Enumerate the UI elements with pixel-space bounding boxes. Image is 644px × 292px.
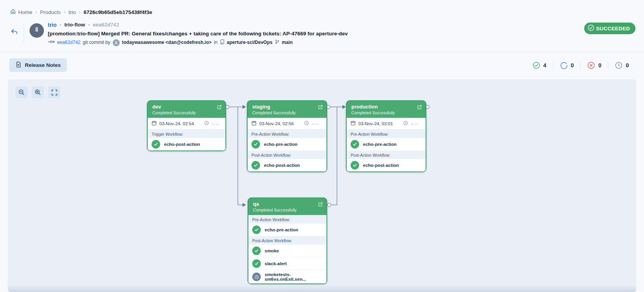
workflow-item-echo-post-action[interactable]: echo-post-action [248,159,326,171]
duration-clock-icon [204,121,209,126]
clock-icon [615,61,623,69]
counter-succeeded: 4 [526,61,553,69]
breadcrumb: Home › Products › trio › 6726c9b65d5eb17… [0,0,644,16]
environment-node-dev[interactable]: dev Completed Successfully 03-Nov-24, 02… [147,100,226,151]
breadcrumb-home-link[interactable]: Home [10,9,32,16]
commit-author: todaywasawesome <dan@codefresh.io> [122,39,211,46]
workflow-success-icon [351,140,359,149]
environment-node-production[interactable]: production Completed Successfully 03-Nov… [346,100,426,172]
author-avatar [113,39,120,46]
workflow-item-echo-pre-action[interactable]: echo-pre-action [248,138,326,150]
environment-node-body: Pre-Action Workflow:echo-pre-actionPost-… [248,215,326,283]
succeeded-check-icon [587,24,595,33]
workflow-name: echo-post-action [164,142,200,147]
x-circle-icon [587,61,595,69]
header-divider [24,25,24,44]
workflow-success-icon [252,226,261,234]
branch-name: main [282,39,293,46]
environment-node-body: 03-Nov-24, 03:01-- --Pre-Action Workflow… [347,118,426,171]
node-date: 03-Nov-24, 02:54 [159,121,194,126]
environment-node-header: qa Completed Successfully [248,198,326,215]
breadcrumb-separator: › [35,9,37,15]
calendar-icon [152,121,157,126]
workflow-name: echo-pre-action [264,142,297,147]
breadcrumb-separator: › [79,9,80,15]
environment-node-staging[interactable]: staging Completed Successfully 03-Nov-24… [247,100,327,172]
environment-status: Completed Successfully [253,207,322,213]
workflow-counters: 4 0 0 0 [526,61,635,69]
product-link[interactable]: trio [48,21,57,29]
commit-in-label: in [214,39,217,46]
zoom-out-button[interactable] [16,86,28,98]
workflow-item-echo-post-action[interactable]: echo-post-action [148,138,225,150]
dot-separator [88,24,90,26]
counter-running: 0 [553,61,581,69]
open-environment-icon[interactable] [318,202,323,207]
environment-status: Completed Successfully [152,110,221,115]
environment-node-header: dev Completed Successfully [148,101,225,118]
open-environment-icon[interactable] [318,105,323,110]
check-circle-icon [532,61,540,69]
environment-node-header: staging Completed Successfully [248,101,326,118]
duration-clock-icon [304,121,309,126]
flow-name: trio-flow [65,21,85,29]
environment-node-body: 03-Nov-24, 02:56-- --Pre-Action Workflow… [248,118,326,171]
node-duration: -- -- [212,121,219,126]
commit-line: eea62d742 git commit by todaywasawesome … [48,39,348,46]
open-environment-icon[interactable] [217,105,222,110]
canvas-bottom-shadow [8,285,636,292]
workflow-section-label: Trigger Workflow: [148,129,225,138]
commit-short: eea62d742 [93,21,119,29]
workflow-section-label: Post-Action Workflow: [248,150,326,159]
workflow-section-label: Pre-Action Workflow: [347,129,426,138]
promotion-flow-canvas[interactable]: dev Completed Successfully 03-Nov-24, 02… [8,79,636,292]
environment-name: staging [252,104,322,110]
open-environment-icon[interactable] [417,105,422,110]
canvas-zoom-controls [16,86,60,98]
workflow-name: smoke [265,248,279,253]
workflow-section-label: Pre-Action Workflow: [248,215,326,224]
workflow-item-smoke[interactable]: smoke [248,245,326,257]
workflow-section-label: Post-Action Workflow: [347,150,426,159]
release-notes-button[interactable]: Release Notes [9,58,67,72]
node-date: 03-Nov-24, 03:01 [358,121,393,126]
workflow-item-smoketests-sm6vsonExitsen[interactable]: smoketests-sm6vs.onExit.sen... [248,270,326,283]
status-badge-label: SUCCEEDED [596,26,630,31]
fit-to-screen-button[interactable] [48,86,60,98]
workflow-section-label: Post-Action Workflow: [248,236,326,245]
breadcrumb-separator: › [64,9,65,15]
breadcrumb-products-link[interactable]: Products [40,9,61,15]
document-icon [16,61,21,69]
workflow-name: echo-post-action [264,163,300,168]
back-button[interactable] [10,28,18,38]
release-header: trio trio-flow eea62d742 [promotion:trio… [0,16,644,46]
environment-node-header: production Completed Successfully [347,101,426,118]
workflow-item-echo-post-action[interactable]: echo-post-action [347,159,426,171]
breadcrumb-trio-link[interactable]: trio [68,9,76,15]
workflow-pending-icon [252,273,261,281]
counter-failed: 0 [580,61,608,69]
calendar-icon [251,121,257,126]
zoom-in-button[interactable] [32,86,44,98]
repo-icon [220,39,225,46]
commit-sha-link[interactable]: eea62d742 [57,39,80,46]
workflow-success-icon [152,140,160,149]
commit-by-label: git commit by [83,39,110,46]
repo-name: aperture-sci/DevOps [227,39,272,46]
duration-clock-icon [403,121,408,126]
home-icon [10,9,16,16]
environment-node-qa[interactable]: qa Completed Successfully Pre-Action Wor… [248,198,327,284]
node-duration: -- -- [411,121,418,126]
workflow-item-slack-alert[interactable]: slack-alert [248,257,326,270]
environment-node-body: 03-Nov-24, 02:54-- --Trigger Workflow:ec… [148,118,225,150]
spinner-icon [560,61,568,69]
workflow-section-label: Pre-Action Workflow: [248,129,326,138]
environment-name: dev [152,104,221,110]
workflow-item-echo-pre-action[interactable]: echo-pre-action [248,224,326,236]
counter-pending: 0 [608,61,635,69]
branch-icon [275,39,279,46]
workflow-success-icon [252,247,261,255]
workflow-success-icon [251,161,260,170]
environment-name: production [351,104,421,110]
workflow-item-echo-pre-action[interactable]: echo-pre-action [347,138,426,150]
